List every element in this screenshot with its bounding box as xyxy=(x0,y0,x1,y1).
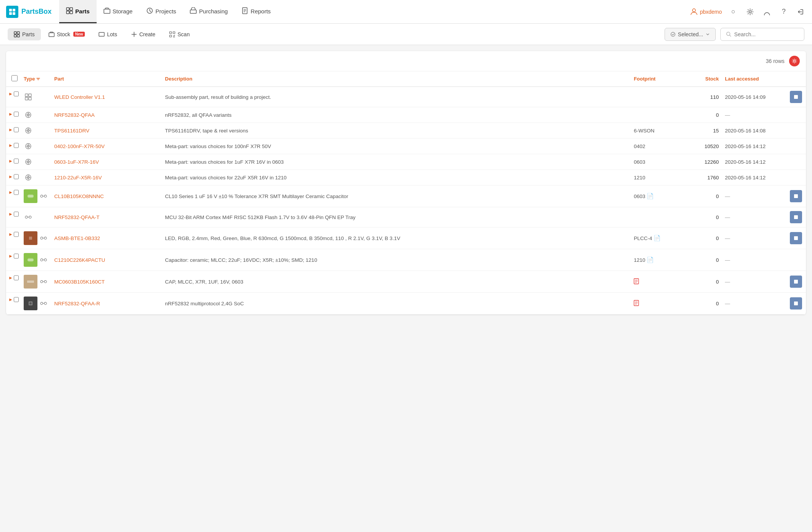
row-action[interactable] xyxy=(787,170,806,185)
expand-row-button[interactable]: ► xyxy=(8,253,13,259)
part-name-link[interactable]: C1210C226K4PACTU xyxy=(54,257,105,263)
help-icon[interactable]: ? xyxy=(778,6,789,17)
row-part[interactable]: C1210C226K4PACTU xyxy=(51,249,162,271)
row-checkbox[interactable] xyxy=(14,158,19,164)
part-name-link[interactable]: 0402-100nF-X7R-50V xyxy=(54,143,105,149)
row-part[interactable]: 0603-1uF-X7R-16V xyxy=(51,154,162,170)
part-name-link[interactable]: MC0603B105K160CT xyxy=(54,279,105,285)
expand-row-button[interactable]: ► xyxy=(8,275,13,281)
row-action[interactable] xyxy=(787,185,806,207)
sub-nav-parts[interactable]: Parts xyxy=(8,28,41,40)
header-checkbox[interactable] xyxy=(6,71,21,87)
part-name-link[interactable]: TPS61161DRV xyxy=(54,128,89,134)
row-action[interactable] xyxy=(787,107,806,123)
row-checkbox[interactable] xyxy=(14,189,19,195)
pdf-icon[interactable] xyxy=(634,279,639,285)
row-action-button[interactable] xyxy=(790,91,802,103)
row-checkbox[interactable] xyxy=(14,111,19,117)
header-footprint[interactable]: Footprint xyxy=(631,71,695,87)
header-description[interactable]: Description xyxy=(162,71,631,87)
row-checkbox[interactable] xyxy=(14,297,19,303)
circle-icon[interactable]: ○ xyxy=(728,6,739,17)
expand-row-button[interactable]: ► xyxy=(8,91,13,97)
nav-item-storage[interactable]: Storage xyxy=(97,0,140,23)
expand-row-button[interactable]: ► xyxy=(8,211,13,217)
row-part[interactable]: WLED Controller V1.1 xyxy=(51,87,162,107)
part-name-link[interactable]: WLED Controller V1.1 xyxy=(54,94,105,100)
part-name-link[interactable]: NRF52832-QFAA-R xyxy=(54,301,100,306)
expand-row-button[interactable]: ► xyxy=(8,232,13,237)
row-action[interactable] xyxy=(787,154,806,170)
row-checkbox[interactable] xyxy=(14,174,19,180)
sub-nav-scan[interactable]: Scan xyxy=(163,28,196,40)
row-checkbox[interactable] xyxy=(14,275,19,281)
header-last-accessed[interactable]: Last accessed xyxy=(722,71,787,87)
part-name-link[interactable]: NRF52832-QFAA-T xyxy=(54,214,100,220)
row-action[interactable] xyxy=(787,249,806,271)
header-part[interactable]: Part xyxy=(51,71,162,87)
pdf-icon[interactable]: 📄 xyxy=(653,235,661,241)
sub-nav-lots[interactable]: Lots xyxy=(92,28,123,40)
nav-item-parts[interactable]: Parts xyxy=(59,0,97,23)
expand-row-button[interactable]: ► xyxy=(8,158,13,164)
expand-row-button[interactable]: ► xyxy=(8,190,13,195)
row-part[interactable]: NRF52832-QFAA xyxy=(51,107,162,123)
search-input[interactable] xyxy=(734,31,799,37)
part-name-link[interactable]: 1210-22uF-X5R-16V xyxy=(54,175,102,181)
expand-row-button[interactable]: ► xyxy=(8,111,13,117)
row-part[interactable]: CL10B105KO8NNNC xyxy=(51,185,162,207)
row-checkbox[interactable] xyxy=(14,253,19,259)
row-action[interactable] xyxy=(787,139,806,154)
part-name-link[interactable]: 0603-1uF-X7R-16V xyxy=(54,159,99,165)
row-part[interactable]: TPS61161DRV xyxy=(51,123,162,139)
nav-item-purchasing[interactable]: Purchasing xyxy=(183,0,235,23)
row-checkbox[interactable] xyxy=(14,127,19,133)
expand-row-button[interactable]: ► xyxy=(8,174,13,179)
row-action-button[interactable] xyxy=(790,190,802,202)
user-icon[interactable] xyxy=(762,6,772,17)
row-action-button[interactable] xyxy=(790,297,802,310)
row-action[interactable] xyxy=(787,271,806,293)
header-type[interactable]: Type xyxy=(21,71,51,87)
part-name-link[interactable]: NRF52832-QFAA xyxy=(54,112,95,118)
part-name-link[interactable]: ASMB-BTE1-0B332 xyxy=(54,235,100,241)
row-part[interactable]: ASMB-BTE1-0B332 xyxy=(51,227,162,249)
selected-button[interactable]: Selected... xyxy=(665,28,716,41)
row-checkbox[interactable] xyxy=(14,142,19,148)
row-checkbox[interactable] xyxy=(14,231,19,237)
header-stock[interactable]: Stock xyxy=(695,71,722,87)
row-checkbox[interactable] xyxy=(14,91,19,97)
row-part[interactable]: NRF52832-QFAA-R xyxy=(51,293,162,314)
expand-row-button[interactable]: ► xyxy=(8,127,13,132)
row-action[interactable] xyxy=(787,293,806,314)
row-action[interactable] xyxy=(787,227,806,249)
row-action-button[interactable] xyxy=(790,211,802,223)
nav-item-reports[interactable]: Reports xyxy=(235,0,278,23)
expand-row-button[interactable]: ► xyxy=(8,297,13,302)
select-all-checkbox[interactable] xyxy=(11,75,18,81)
settings-gear-button[interactable] xyxy=(789,56,800,66)
sub-nav-stock[interactable]: Stock New xyxy=(42,28,91,40)
pdf-icon[interactable] xyxy=(634,301,639,307)
logo[interactable]: PartsBox xyxy=(6,6,52,18)
pdf-icon[interactable]: 📄 xyxy=(647,256,654,263)
row-checkbox[interactable] xyxy=(14,211,19,217)
search-box[interactable] xyxy=(720,28,804,41)
row-action-button[interactable] xyxy=(790,276,802,288)
row-part[interactable]: MC0603B105K160CT xyxy=(51,271,162,293)
settings-icon[interactable] xyxy=(745,6,755,17)
sub-nav-create[interactable]: Create xyxy=(125,28,162,40)
row-action-button[interactable] xyxy=(790,232,802,244)
row-part[interactable]: 0402-100nF-X7R-50V xyxy=(51,139,162,154)
row-part[interactable]: NRF52832-QFAA-T xyxy=(51,207,162,227)
nav-item-projects[interactable]: Projects xyxy=(139,0,183,23)
user-account[interactable]: pbxdemo xyxy=(691,8,722,15)
row-action[interactable] xyxy=(787,87,806,107)
part-name-link[interactable]: CL10B105KO8NNNC xyxy=(54,193,104,199)
row-action[interactable] xyxy=(787,123,806,139)
row-action[interactable] xyxy=(787,207,806,227)
pdf-icon[interactable]: 📄 xyxy=(647,193,654,199)
row-part[interactable]: 1210-22uF-X5R-16V xyxy=(51,170,162,185)
logout-icon[interactable] xyxy=(795,6,806,17)
expand-row-button[interactable]: ► xyxy=(8,143,13,148)
